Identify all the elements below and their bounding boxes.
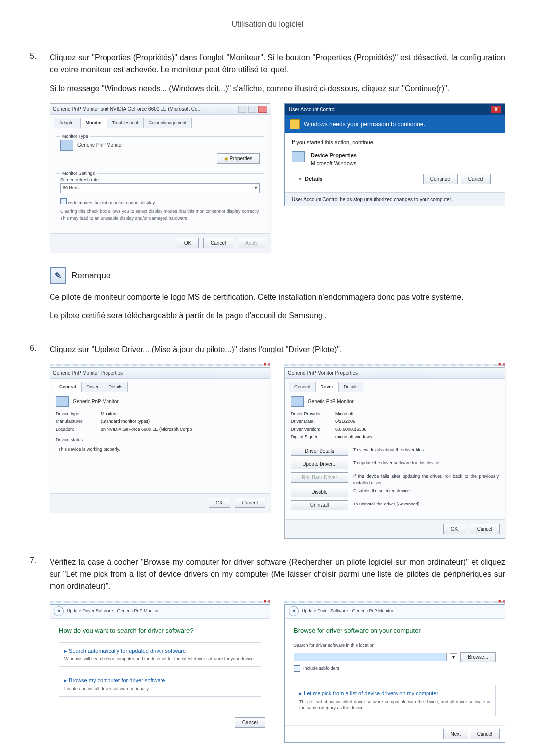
disable-button[interactable]: Disable xyxy=(291,487,348,497)
ok-button[interactable]: OK xyxy=(177,238,199,248)
apply-button[interactable]: Apply xyxy=(238,238,265,248)
back-icon[interactable]: ◄ xyxy=(54,606,64,616)
window-title: Generic PnP Monitor and NVIDIA GeForce 6… xyxy=(53,105,202,113)
update-driver-button[interactable]: Update Driver... xyxy=(291,459,348,469)
cancel-button[interactable]: Cancel xyxy=(235,717,265,728)
monitor-name: Generic PnP Monitor xyxy=(77,141,123,149)
step7-para1: Vérifiez la case à cocher "Browse my com… xyxy=(50,556,505,592)
option-search-automatically[interactable]: Search automatically for updated driver … xyxy=(59,642,261,667)
cancel-button[interactable]: Cancel xyxy=(470,524,500,534)
digital-signer-label: Digital Signer: xyxy=(291,434,335,441)
driver-version-label: Driver Version: xyxy=(291,426,335,433)
continue-button[interactable]: Continue xyxy=(423,174,458,184)
ok-button[interactable]: OK xyxy=(443,524,465,534)
shield-icon: ◆ xyxy=(224,156,228,161)
monitor-icon xyxy=(60,140,73,151)
option-let-me-pick[interactable]: Let me pick from a list of device driver… xyxy=(294,685,496,716)
ok-button[interactable]: OK xyxy=(209,498,230,508)
window-title: Generic PnP Monitor Properties xyxy=(53,369,123,377)
close-icon[interactable] xyxy=(258,106,267,113)
window-title: Generic PnP Monitor Properties xyxy=(288,369,358,377)
tab-adapter[interactable]: Adapter xyxy=(54,118,81,128)
refresh-rate-select[interactable]: 60 Hertz ▾ xyxy=(60,183,260,193)
tab-details[interactable]: Details xyxy=(338,382,363,392)
uac-footer-text: User Account Control helps stop unauthor… xyxy=(285,192,505,206)
manufacturer-value: (Standard monitor types) xyxy=(101,418,264,425)
digital-signer-value: microsoft windows xyxy=(335,434,499,441)
step-number-7: 7. xyxy=(30,556,50,565)
next-button[interactable]: Next xyxy=(443,729,469,739)
program-icon xyxy=(292,151,305,162)
tab-troubleshoot[interactable]: Troubleshoot xyxy=(107,118,144,128)
location-label: Search for driver software in this locat… xyxy=(294,642,496,649)
uninstall-desc: To uninstall the driver (Advanced). xyxy=(353,500,499,508)
device-properties-general-window: Generic PnP Monitor Properties General D… xyxy=(50,367,270,512)
device-type-label: Device type: xyxy=(56,411,101,418)
uac-title: User Account Control xyxy=(289,106,336,113)
chevron-down-icon[interactable]: ▾ xyxy=(299,175,302,183)
location-label: Location: xyxy=(56,426,101,433)
device-status-text: This device is working properly. xyxy=(58,447,120,452)
minimize-icon[interactable] xyxy=(238,106,247,113)
tab-driver[interactable]: Driver xyxy=(81,382,104,392)
cancel-button[interactable]: Cancel xyxy=(235,498,265,508)
tab-general[interactable]: General xyxy=(54,382,82,392)
uac-program-name: Device Properties xyxy=(311,151,357,160)
back-icon[interactable]: ◄ xyxy=(289,606,299,616)
close-icon[interactable]: X xyxy=(491,106,501,113)
hide-modes-description: Clearing this check box allows you to se… xyxy=(60,208,260,222)
cancel-button[interactable]: Cancel xyxy=(470,729,500,739)
location-value: on NVIDIA GeForce 6600 LE (Microsoft Cor… xyxy=(101,426,264,433)
note-icon: ✎ xyxy=(50,267,66,284)
option-desc: Locate and install driver software manua… xyxy=(64,686,256,693)
remarque-para2: Le pilote certifié sera téléchargeable à… xyxy=(50,310,505,322)
shield-icon xyxy=(290,119,300,129)
close-icon[interactable]: ■ X xyxy=(498,598,505,605)
step5-para2: Si le message "Windows needs... (Windows… xyxy=(50,83,505,95)
monitor-icon xyxy=(291,396,304,407)
option-title: Search automatically for updated driver … xyxy=(64,647,256,655)
maximize-icon[interactable] xyxy=(248,106,257,113)
device-name: Generic PnP Monitor xyxy=(73,398,119,405)
close-icon[interactable]: ■ X xyxy=(264,598,270,605)
rollback-driver-button[interactable]: Roll Back Driver xyxy=(291,472,348,483)
update-driver-desc: To update the driver software for this d… xyxy=(353,459,499,467)
uac-started-text: If you started this action, continue. xyxy=(292,138,498,147)
hide-modes-label: Hide modes that this monitor cannot disp… xyxy=(68,201,155,205)
tab-color-management[interactable]: Color Management xyxy=(143,118,192,128)
tab-general[interactable]: General xyxy=(289,382,316,392)
tab-monitor[interactable]: Monitor xyxy=(80,118,107,128)
tab-driver[interactable]: Driver xyxy=(315,382,339,392)
device-name: Generic PnP Monitor xyxy=(308,398,354,405)
uninstall-button[interactable]: Uninstall xyxy=(291,500,348,510)
wizard-heading: Browse for driver software on your compu… xyxy=(294,626,496,636)
location-input[interactable] xyxy=(294,653,447,661)
option-desc: Windows will search your computer and th… xyxy=(64,656,256,663)
details-toggle[interactable]: Details xyxy=(305,175,420,183)
driver-provider-label: Driver Provider: xyxy=(291,411,335,418)
cancel-button[interactable]: Cancel xyxy=(203,238,233,248)
close-icon[interactable]: ■ X xyxy=(498,361,505,368)
driver-details-button[interactable]: Driver Details xyxy=(291,446,348,456)
breadcrumb: Update Driver Software - Generic PnP Mon… xyxy=(67,608,159,615)
update-driver-wizard-browse: ◄ Update Driver Software - Generic PnP M… xyxy=(284,604,505,743)
step6-para1: Cliquez sur "Update Driver... (Mise à jo… xyxy=(50,344,505,355)
browse-button[interactable]: Browse... xyxy=(460,652,496,662)
option-browse-computer[interactable]: Browse my computer for driver software L… xyxy=(59,672,261,697)
device-status-box[interactable]: This device is working properly. xyxy=(56,444,264,487)
close-icon[interactable]: ■ X xyxy=(264,361,270,368)
group-monitor-type: Monitor Type xyxy=(60,133,90,140)
option-title: Let me pick from a list of device driver… xyxy=(299,689,490,698)
option-title: Browse my computer for driver software xyxy=(64,676,256,685)
cancel-button[interactable]: Cancel xyxy=(461,174,491,184)
driver-date-label: Driver Date: xyxy=(291,418,335,425)
properties-button[interactable]: ◆ Properties xyxy=(217,153,260,164)
uac-publisher: Microsoft Windows xyxy=(311,159,357,168)
driver-provider-value: Microsoft xyxy=(335,411,499,418)
tab-details[interactable]: Details xyxy=(104,382,128,392)
chevron-down-icon[interactable]: ▾ xyxy=(450,653,457,661)
driver-date-value: 6/21/2006 xyxy=(335,418,499,425)
chevron-down-icon: ▾ xyxy=(255,185,257,192)
hide-modes-checkbox[interactable] xyxy=(60,198,67,204)
include-subfolders-checkbox[interactable] xyxy=(294,665,300,672)
